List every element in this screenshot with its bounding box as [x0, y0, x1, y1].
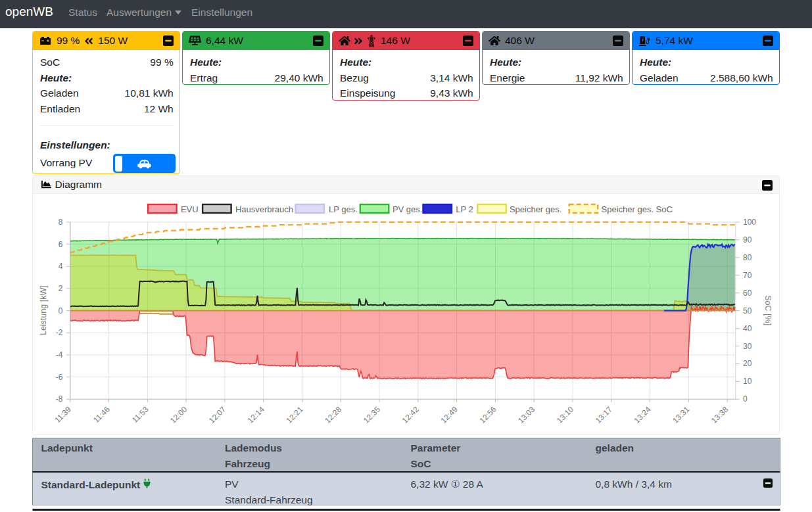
svg-text:13:17: 13:17	[593, 404, 613, 425]
svg-text:0: 0	[743, 394, 748, 404]
svg-text:11:46: 11:46	[91, 404, 112, 425]
svg-text:70: 70	[743, 270, 752, 279]
svg-text:PV ges.: PV ges.	[392, 204, 422, 214]
svg-text:-2: -2	[55, 328, 62, 337]
svg-text:20: 20	[743, 359, 752, 368]
svg-text:2: 2	[58, 283, 62, 292]
svg-text:4: 4	[58, 262, 62, 271]
svg-text:12:00: 12:00	[168, 404, 189, 425]
svg-text:Leistung [kW]: Leistung [kW]	[39, 285, 48, 335]
svg-text:13:10: 13:10	[554, 404, 575, 425]
svg-text:12:49: 12:49	[439, 404, 459, 425]
svg-text:Speicher ges.: Speicher ges.	[509, 204, 561, 214]
svg-text:Hausverbrauch: Hausverbrauch	[235, 204, 293, 214]
svg-text:Speicher ges. SoC: Speicher ges. SoC	[601, 204, 672, 214]
svg-text:10: 10	[743, 377, 752, 386]
svg-text:13:24: 13:24	[632, 404, 652, 425]
svg-text:12:28: 12:28	[323, 404, 343, 425]
svg-text:40: 40	[743, 323, 752, 333]
svg-text:8: 8	[58, 217, 62, 226]
svg-text:EVU: EVU	[180, 204, 198, 214]
svg-text:50: 50	[743, 306, 752, 315]
svg-text:0: 0	[58, 306, 62, 315]
svg-text:LP 2: LP 2	[456, 204, 473, 214]
svg-text:11:53: 11:53	[130, 404, 151, 425]
svg-text:60: 60	[743, 288, 752, 297]
svg-text:12:42: 12:42	[400, 404, 420, 425]
svg-text:13:31: 13:31	[671, 404, 691, 425]
svg-text:SoC [%]: SoC [%]	[763, 295, 772, 325]
svg-text:90: 90	[743, 235, 752, 244]
svg-text:11:39: 11:39	[53, 404, 73, 425]
svg-text:LP ges.: LP ges.	[329, 204, 358, 214]
svg-text:-4: -4	[55, 350, 62, 359]
svg-text:12:21: 12:21	[284, 404, 304, 425]
svg-text:12:35: 12:35	[361, 404, 381, 425]
svg-text:100: 100	[743, 217, 756, 226]
svg-text:13:03: 13:03	[516, 404, 537, 425]
svg-text:-6: -6	[55, 372, 62, 381]
svg-text:12:56: 12:56	[477, 404, 498, 425]
svg-text:12:07: 12:07	[206, 404, 227, 425]
svg-text:13:38: 13:38	[709, 404, 730, 425]
svg-text:30: 30	[743, 341, 752, 350]
svg-text:6: 6	[58, 239, 62, 248]
svg-text:80: 80	[743, 252, 752, 262]
svg-text:-8: -8	[55, 394, 62, 404]
svg-text:12:14: 12:14	[245, 404, 266, 425]
